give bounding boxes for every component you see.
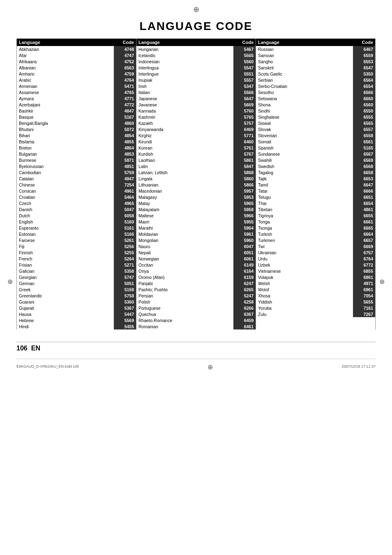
table-row: Afrikaans4752	[17, 58, 136, 64]
language-column-2: LanguageCodeHungarian5467Icelandic5565In…	[136, 39, 256, 329]
language-name: Irish	[136, 83, 233, 89]
language-name: Swahili	[256, 157, 353, 163]
table-row: Finnish5255	[17, 249, 136, 256]
language-name: Somali	[256, 138, 353, 145]
language-code: 6459	[233, 317, 256, 323]
table-row: Swedish6568	[256, 163, 375, 169]
table-row: Mongolian5960	[136, 237, 256, 243]
table-row: Hindi5455	[17, 323, 136, 329]
table-row: Setswana6660	[256, 95, 375, 101]
language-code: 5866	[233, 182, 256, 188]
language-code: 5767	[233, 151, 256, 157]
table-row: Aymara4771	[17, 95, 136, 101]
col-header-code: Code	[114, 39, 136, 46]
table-row: Interlingua5547	[136, 64, 256, 71]
language-code: 5759	[114, 169, 136, 175]
language-code: 6666	[353, 188, 375, 194]
table-row: Serbo-Croatian6554	[256, 83, 375, 89]
table-row: Tajik6653	[256, 175, 375, 182]
language-code: 6669	[353, 243, 375, 249]
language-code: 6557	[353, 126, 375, 132]
language-name: Oromo (Afan)	[136, 274, 233, 280]
language-code: 6772	[353, 262, 375, 268]
language-name: Laothian	[136, 157, 233, 163]
language-code: 6661	[353, 219, 375, 225]
language-name: Kazakh	[136, 120, 233, 126]
language-code: 5760	[233, 108, 256, 114]
language-name: Korean	[136, 145, 233, 151]
language-code: 6569	[353, 157, 375, 163]
language-name: Bashkir	[17, 108, 114, 114]
language-name: Persian	[136, 292, 233, 299]
language-code: 5655	[353, 299, 375, 305]
language-name: Singhalese	[256, 114, 353, 120]
language-code: 5761	[233, 145, 256, 151]
language-name: Rhaeto-Romance	[136, 317, 233, 323]
table-row: Spanish5165	[256, 145, 375, 151]
language-name: Tibetan	[256, 206, 353, 212]
language-code: 5256	[114, 243, 136, 249]
table-row: Kirghiz5771	[136, 132, 256, 138]
table-row: Tatar6666	[256, 188, 375, 194]
language-code: 6469	[233, 126, 256, 132]
language-code: 5860	[233, 175, 256, 182]
col-header-language: Language	[256, 39, 353, 46]
language-code: 5261	[114, 237, 136, 243]
table-row: Nauru6047	[136, 243, 256, 249]
top-symbol-icon: ⊕	[16, 0, 376, 16]
language-table-wrapper: LanguageCodeAbkhazian4748Afar4747Afrikaa…	[16, 39, 376, 329]
table-row: Georgian5747	[17, 274, 136, 280]
table-row: Norwegian6061	[136, 256, 256, 262]
table-row: Malagasy5953	[136, 194, 256, 200]
language-code: 4771	[114, 95, 136, 101]
table-row: Shona6560	[256, 101, 375, 108]
col-header-code: Code	[353, 39, 375, 46]
table-row: Kinyarwanda6469	[136, 126, 256, 132]
language-name: Tatar	[256, 188, 353, 194]
language-code: 4748	[114, 46, 136, 52]
language-code: 5547	[233, 64, 256, 71]
language-name: Twi	[256, 243, 353, 249]
language-table-2: LanguageCodeHungarian5467Icelandic5565In…	[136, 39, 256, 329]
language-name: Abkhazian	[17, 46, 114, 52]
language-name: Croatian	[17, 194, 114, 200]
table-row: Turkmen6657	[256, 237, 375, 243]
language-name: Malayalam	[136, 206, 233, 212]
table-row: Bihari4854	[17, 132, 136, 138]
language-name: Tsonga	[256, 225, 353, 231]
table-row: Lithuanian5866	[136, 182, 256, 188]
table-row: Welsh4971	[256, 280, 375, 286]
language-code: 4854	[114, 132, 136, 138]
language-code: 6265	[233, 286, 256, 292]
language-name: Kashmiri	[136, 114, 233, 120]
language-code: 6565	[353, 120, 375, 126]
language-name: Serbo-Croatian	[256, 83, 353, 89]
language-code: 5647	[233, 95, 256, 101]
language-name: Tamil	[256, 182, 353, 188]
language-name: Portuguese	[136, 305, 233, 311]
language-name: Polish	[136, 299, 233, 305]
language-code: 5051	[114, 280, 136, 286]
language-code: 5765	[233, 114, 256, 120]
side-symbol-right-icon: ⊕	[379, 278, 385, 286]
table-row: Estonian5166	[17, 231, 136, 237]
language-name: Cambodian	[17, 169, 114, 175]
language-code: 6657	[353, 237, 375, 243]
table-row: Urdu6764	[256, 256, 375, 262]
table-row: Malayalam5958	[136, 206, 256, 212]
table-row: Yoruba7161	[256, 305, 375, 311]
language-name: Turkmen	[256, 237, 353, 243]
language-name: Swedish	[256, 163, 353, 169]
language-code: 6058	[114, 212, 136, 219]
language-code: 6555	[353, 114, 375, 120]
table-row: Hebrew5569	[17, 317, 136, 323]
language-code: 6764	[353, 256, 375, 262]
table-row: Ukrainian6757	[256, 249, 375, 256]
table-row: Moldavian5961	[136, 231, 256, 237]
language-code: 4772	[114, 101, 136, 108]
language-name: Tonga	[256, 219, 353, 225]
language-code: 6567	[353, 151, 375, 157]
table-row: Frisian5271	[17, 262, 136, 268]
language-code: 4961	[114, 188, 136, 194]
language-code: 5551	[233, 71, 256, 77]
